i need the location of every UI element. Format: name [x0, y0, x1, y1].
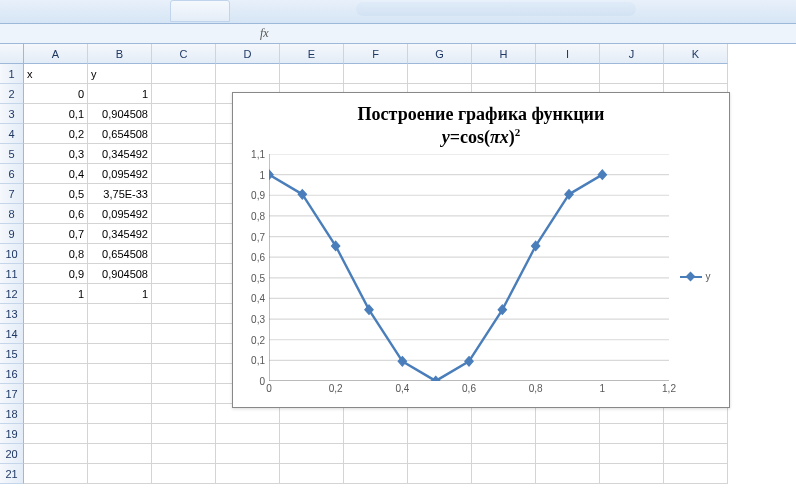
row-header[interactable]: 5	[0, 144, 24, 164]
row-header[interactable]: 20	[0, 444, 24, 464]
cell[interactable]	[344, 444, 408, 464]
cell[interactable]	[344, 464, 408, 484]
cell[interactable]	[152, 324, 216, 344]
cell[interactable]	[600, 444, 664, 464]
cell[interactable]: 1	[24, 284, 88, 304]
cell[interactable]	[472, 444, 536, 464]
cell[interactable]	[152, 424, 216, 444]
cell[interactable]: 0,7	[24, 224, 88, 244]
cell[interactable]	[88, 444, 152, 464]
cell[interactable]: x	[24, 64, 88, 84]
chart-legend[interactable]: y	[669, 154, 721, 399]
formula-bar[interactable]: fx	[0, 24, 796, 44]
cell[interactable]	[152, 444, 216, 464]
column-header[interactable]: F	[344, 44, 408, 64]
cell[interactable]	[600, 64, 664, 84]
cell[interactable]	[24, 404, 88, 424]
cell[interactable]	[216, 464, 280, 484]
cell[interactable]	[152, 184, 216, 204]
cell[interactable]	[152, 164, 216, 184]
cell[interactable]: 0,095492	[88, 164, 152, 184]
column-header[interactable]: A	[24, 44, 88, 64]
cell[interactable]	[24, 324, 88, 344]
column-header[interactable]: B	[88, 44, 152, 64]
cell[interactable]	[344, 64, 408, 84]
cell[interactable]	[664, 464, 728, 484]
cell[interactable]	[664, 444, 728, 464]
column-header[interactable]: E	[280, 44, 344, 64]
cell[interactable]	[280, 64, 344, 84]
cell[interactable]	[88, 404, 152, 424]
cell[interactable]	[152, 104, 216, 124]
column-header[interactable]: K	[664, 44, 728, 64]
cell[interactable]	[280, 424, 344, 444]
cell[interactable]	[152, 264, 216, 284]
ribbon-tab[interactable]	[170, 0, 230, 22]
cell[interactable]	[536, 444, 600, 464]
cell[interactable]: 0,2	[24, 124, 88, 144]
cell[interactable]	[24, 464, 88, 484]
cell[interactable]: y	[88, 64, 152, 84]
cell[interactable]	[152, 204, 216, 224]
cell[interactable]	[152, 144, 216, 164]
cell[interactable]	[216, 444, 280, 464]
cell[interactable]	[216, 424, 280, 444]
cell[interactable]: 0,654508	[88, 124, 152, 144]
cell[interactable]: 1	[88, 284, 152, 304]
row-header[interactable]: 15	[0, 344, 24, 364]
cell[interactable]	[600, 424, 664, 444]
row-header[interactable]: 3	[0, 104, 24, 124]
fx-icon[interactable]: fx	[260, 26, 269, 41]
chart-object[interactable]: Построение графика функции y=cos(πx)2 00…	[232, 92, 730, 408]
cell[interactable]: 0	[24, 84, 88, 104]
select-all-corner[interactable]	[0, 44, 24, 64]
cell[interactable]	[472, 464, 536, 484]
cell[interactable]	[216, 64, 280, 84]
row-header[interactable]: 4	[0, 124, 24, 144]
cell[interactable]	[152, 64, 216, 84]
cell[interactable]: 0,1	[24, 104, 88, 124]
cell[interactable]	[88, 384, 152, 404]
cell[interactable]	[24, 344, 88, 364]
cell[interactable]	[24, 384, 88, 404]
cell[interactable]	[280, 464, 344, 484]
cell[interactable]	[88, 464, 152, 484]
cell[interactable]	[152, 344, 216, 364]
cell[interactable]: 0,904508	[88, 264, 152, 284]
cell[interactable]	[24, 304, 88, 324]
column-header[interactable]: D	[216, 44, 280, 64]
row-header[interactable]: 1	[0, 64, 24, 84]
cell[interactable]: 0,9	[24, 264, 88, 284]
cell[interactable]	[472, 424, 536, 444]
cell[interactable]: 0,904508	[88, 104, 152, 124]
cell[interactable]	[600, 464, 664, 484]
row-header[interactable]: 10	[0, 244, 24, 264]
row-header[interactable]: 2	[0, 84, 24, 104]
cell[interactable]	[472, 64, 536, 84]
row-header[interactable]: 8	[0, 204, 24, 224]
cell[interactable]	[152, 124, 216, 144]
column-header[interactable]: H	[472, 44, 536, 64]
column-header[interactable]: G	[408, 44, 472, 64]
cell[interactable]: 0,3	[24, 144, 88, 164]
column-header[interactable]: C	[152, 44, 216, 64]
row-header[interactable]: 6	[0, 164, 24, 184]
row-header[interactable]: 14	[0, 324, 24, 344]
cell[interactable]: 0,8	[24, 244, 88, 264]
cell[interactable]	[152, 84, 216, 104]
cell[interactable]	[88, 424, 152, 444]
row-header[interactable]: 11	[0, 264, 24, 284]
cell[interactable]	[664, 64, 728, 84]
cell[interactable]: 0,095492	[88, 204, 152, 224]
cell[interactable]: 1	[88, 84, 152, 104]
row-header[interactable]: 21	[0, 464, 24, 484]
row-header[interactable]: 16	[0, 364, 24, 384]
cell[interactable]	[408, 444, 472, 464]
chart-plot-area[interactable]: 00,10,20,30,40,50,60,70,80,911,1	[269, 154, 669, 381]
cell[interactable]: 0,345492	[88, 144, 152, 164]
cell[interactable]	[24, 444, 88, 464]
cell[interactable]	[536, 424, 600, 444]
cell[interactable]	[88, 304, 152, 324]
cell[interactable]	[280, 444, 344, 464]
cell[interactable]	[664, 424, 728, 444]
